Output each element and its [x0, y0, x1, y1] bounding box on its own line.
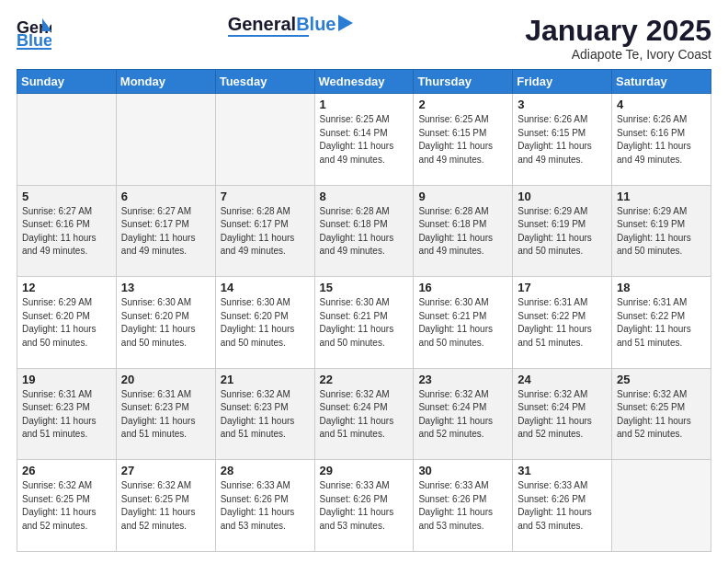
logo-underline: [228, 35, 309, 37]
sunrise-text: Sunrise: 6:30 AM: [418, 296, 507, 310]
day-info: Sunrise: 6:26 AMSunset: 6:15 PMDaylight:…: [518, 113, 607, 167]
sunset-text: Sunset: 6:16 PM: [617, 127, 706, 141]
logo-blue: Blue: [296, 14, 336, 34]
sunset-text: Sunset: 6:24 PM: [418, 401, 507, 415]
col-sunday: Sunday: [17, 70, 117, 94]
logo-general: General: [228, 14, 296, 34]
day-info: Sunrise: 6:30 AMSunset: 6:21 PMDaylight:…: [320, 296, 409, 350]
table-row: 10Sunrise: 6:29 AMSunset: 6:19 PMDayligh…: [513, 185, 612, 277]
day-number: 22: [320, 373, 409, 386]
day-info: Sunrise: 6:28 AMSunset: 6:18 PMDaylight:…: [418, 205, 507, 259]
daylight-text: Daylight: 11 hours and 51 minutes.: [617, 323, 706, 350]
title-block: January 2025 Adiapote Te, Ivory Coast: [525, 15, 711, 62]
logo-block: GeneralBlue: [228, 15, 353, 37]
sunrise-text: Sunrise: 6:27 AM: [22, 205, 111, 219]
sunrise-text: Sunrise: 6:31 AM: [22, 388, 111, 402]
daylight-text: Daylight: 11 hours and 53 minutes.: [221, 506, 310, 533]
sunset-text: Sunset: 6:18 PM: [418, 218, 507, 232]
day-number: 23: [418, 373, 507, 386]
month-title: January 2025: [525, 15, 711, 47]
sunrise-text: Sunrise: 6:31 AM: [617, 296, 706, 310]
sunrise-text: Sunrise: 6:30 AM: [121, 296, 210, 310]
daylight-text: Daylight: 11 hours and 49 minutes.: [221, 232, 310, 259]
day-number: 25: [617, 373, 706, 386]
daylight-text: Daylight: 11 hours and 49 minutes.: [518, 140, 607, 167]
calendar-week-row: 26Sunrise: 6:32 AMSunset: 6:25 PMDayligh…: [17, 460, 711, 552]
sunset-text: Sunset: 6:24 PM: [320, 401, 409, 415]
col-friday: Friday: [513, 70, 612, 94]
calendar-week-row: 5Sunrise: 6:27 AMSunset: 6:16 PMDaylight…: [17, 185, 711, 277]
calendar-week-row: 12Sunrise: 6:29 AMSunset: 6:20 PMDayligh…: [17, 277, 711, 369]
table-row: [612, 460, 711, 552]
table-row: [17, 94, 117, 186]
day-number: 20: [121, 373, 210, 386]
day-info: Sunrise: 6:31 AMSunset: 6:23 PMDaylight:…: [22, 388, 111, 442]
col-thursday: Thursday: [414, 70, 513, 94]
table-row: 9Sunrise: 6:28 AMSunset: 6:18 PMDaylight…: [414, 185, 513, 277]
table-row: 2Sunrise: 6:25 AMSunset: 6:15 PMDaylight…: [414, 94, 513, 186]
sunset-text: Sunset: 6:17 PM: [221, 218, 310, 232]
table-row: 22Sunrise: 6:32 AMSunset: 6:24 PMDayligh…: [314, 368, 414, 460]
daylight-text: Daylight: 11 hours and 49 minutes.: [418, 232, 507, 259]
day-number: 7: [221, 190, 310, 203]
sunset-text: Sunset: 6:17 PM: [121, 218, 210, 232]
day-number: 30: [418, 464, 507, 477]
daylight-text: Daylight: 11 hours and 49 minutes.: [418, 140, 507, 167]
day-number: 26: [22, 464, 111, 477]
day-number: 3: [518, 98, 607, 111]
sunrise-text: Sunrise: 6:28 AM: [320, 205, 409, 219]
page: General Blue GeneralBlue January 2025 Ad…: [0, 0, 728, 563]
sunrise-text: Sunrise: 6:32 AM: [418, 388, 507, 402]
daylight-text: Daylight: 11 hours and 52 minutes.: [418, 415, 507, 442]
day-info: Sunrise: 6:30 AMSunset: 6:20 PMDaylight:…: [221, 296, 310, 350]
day-number: 27: [121, 464, 210, 477]
daylight-text: Daylight: 11 hours and 53 minutes.: [320, 506, 409, 533]
daylight-text: Daylight: 11 hours and 51 minutes.: [221, 415, 310, 442]
col-monday: Monday: [116, 70, 215, 94]
sunrise-text: Sunrise: 6:27 AM: [121, 205, 210, 219]
daylight-text: Daylight: 11 hours and 51 minutes.: [320, 415, 409, 442]
table-row: 25Sunrise: 6:32 AMSunset: 6:25 PMDayligh…: [612, 368, 711, 460]
logo: General Blue: [17, 15, 55, 50]
table-row: 16Sunrise: 6:30 AMSunset: 6:21 PMDayligh…: [414, 277, 513, 369]
day-info: Sunrise: 6:29 AMSunset: 6:19 PMDaylight:…: [518, 205, 607, 259]
daylight-text: Daylight: 11 hours and 49 minutes.: [22, 232, 111, 259]
sunrise-text: Sunrise: 6:29 AM: [617, 205, 706, 219]
day-number: 11: [617, 190, 706, 203]
sunset-text: Sunset: 6:20 PM: [221, 310, 310, 324]
day-info: Sunrise: 6:33 AMSunset: 6:26 PMDaylight:…: [418, 479, 507, 533]
daylight-text: Daylight: 11 hours and 53 minutes.: [418, 506, 507, 533]
sunrise-text: Sunrise: 6:32 AM: [22, 479, 111, 493]
day-info: Sunrise: 6:31 AMSunset: 6:23 PMDaylight:…: [121, 388, 210, 442]
sunset-text: Sunset: 6:23 PM: [221, 401, 310, 415]
location: Adiapote Te, Ivory Coast: [525, 47, 711, 62]
sunrise-text: Sunrise: 6:29 AM: [22, 296, 111, 310]
table-row: 1Sunrise: 6:25 AMSunset: 6:14 PMDaylight…: [314, 94, 414, 186]
daylight-text: Daylight: 11 hours and 50 minutes.: [121, 323, 210, 350]
svg-marker-4: [338, 15, 353, 31]
sunrise-text: Sunrise: 6:32 AM: [121, 479, 210, 493]
sunrise-text: Sunrise: 6:26 AM: [518, 113, 607, 127]
table-row: 28Sunrise: 6:33 AMSunset: 6:26 PMDayligh…: [215, 460, 314, 552]
day-number: 9: [418, 190, 507, 203]
day-number: 5: [22, 190, 111, 203]
table-row: 13Sunrise: 6:30 AMSunset: 6:20 PMDayligh…: [116, 277, 215, 369]
sunrise-text: Sunrise: 6:32 AM: [617, 388, 706, 402]
day-number: 15: [320, 281, 409, 294]
sunrise-text: Sunrise: 6:28 AM: [418, 205, 507, 219]
day-number: 24: [518, 373, 607, 386]
day-info: Sunrise: 6:28 AMSunset: 6:18 PMDaylight:…: [320, 205, 409, 259]
sunset-text: Sunset: 6:26 PM: [518, 493, 607, 507]
day-number: 21: [221, 373, 310, 386]
header: General Blue GeneralBlue January 2025 Ad…: [17, 15, 711, 62]
sunrise-text: Sunrise: 6:31 AM: [121, 388, 210, 402]
day-number: 4: [617, 98, 706, 111]
sunset-text: Sunset: 6:25 PM: [121, 493, 210, 507]
day-number: 2: [418, 98, 507, 111]
day-info: Sunrise: 6:27 AMSunset: 6:16 PMDaylight:…: [22, 205, 111, 259]
table-row: 3Sunrise: 6:26 AMSunset: 6:15 PMDaylight…: [513, 94, 612, 186]
table-row: 12Sunrise: 6:29 AMSunset: 6:20 PMDayligh…: [17, 277, 117, 369]
day-info: Sunrise: 6:32 AMSunset: 6:23 PMDaylight:…: [221, 388, 310, 442]
day-number: 13: [121, 281, 210, 294]
table-row: 29Sunrise: 6:33 AMSunset: 6:26 PMDayligh…: [314, 460, 414, 552]
